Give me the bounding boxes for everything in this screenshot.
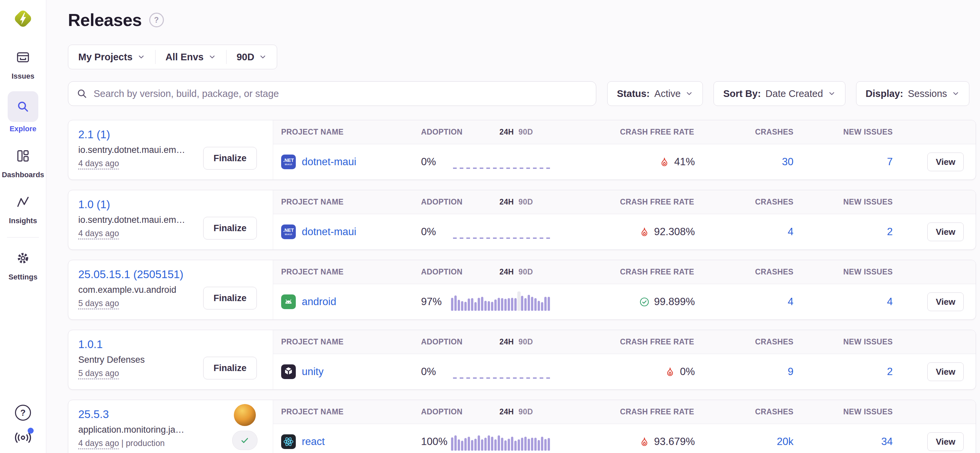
release-created: 4 days ago bbox=[78, 229, 119, 238]
display-dropdown[interactable]: Display: Sessions bbox=[856, 81, 970, 106]
insights-icon bbox=[15, 194, 31, 210]
project-row: .NETMAUI dotnet-maui 0% 41% 30 7 View bbox=[273, 144, 976, 180]
col-project-name: PROJECT NAME bbox=[273, 197, 416, 207]
table-header-row: PROJECT NAME ADOPTION 24H 90D CRASH FREE… bbox=[273, 260, 976, 284]
sidebar-item-label: Issues bbox=[12, 72, 35, 81]
release-created: 4 days ago bbox=[78, 159, 119, 168]
sentry-logo[interactable] bbox=[12, 7, 34, 30]
view-button[interactable]: View bbox=[928, 223, 964, 241]
finalize-button[interactable]: Finalize bbox=[203, 147, 257, 170]
crashes-link[interactable]: 4 bbox=[788, 296, 794, 307]
crashes-link[interactable]: 9 bbox=[788, 366, 794, 377]
help-button[interactable]: ? bbox=[14, 404, 32, 422]
page-help-icon[interactable]: ? bbox=[149, 13, 164, 27]
view-button[interactable]: View bbox=[928, 153, 964, 171]
sidebar-item-settings[interactable]: Settings bbox=[8, 246, 38, 281]
project-link[interactable]: dotnet-maui bbox=[302, 156, 356, 168]
sidebar-item-dashboards[interactable]: Dashboards bbox=[2, 144, 44, 179]
crashes-link[interactable]: 4 bbox=[788, 226, 794, 237]
page-title: Releases bbox=[68, 10, 142, 30]
toolbar-row: Status: Active Sort By: Date Created Dis… bbox=[68, 81, 976, 106]
new-issues-link[interactable]: 2 bbox=[887, 226, 893, 237]
project-link[interactable]: dotnet-maui bbox=[302, 226, 356, 238]
release-project-table: PROJECT NAME ADOPTION 24H 90D CRASH FREE… bbox=[273, 260, 976, 319]
col-chart-period: 24H 90D bbox=[455, 337, 565, 347]
adoption-sparkline bbox=[455, 144, 565, 180]
finalize-button[interactable]: Finalize bbox=[203, 287, 257, 310]
sidebar-item-explore[interactable]: Explore bbox=[8, 91, 38, 133]
crash-free-value: 93.679% bbox=[654, 436, 695, 448]
finalize-button[interactable]: Finalize bbox=[203, 357, 257, 379]
period-toggle-24h[interactable]: 24H bbox=[500, 407, 514, 416]
table-header-row: PROJECT NAME ADOPTION 24H 90D CRASH FREE… bbox=[273, 330, 976, 354]
period-toggle-24h[interactable]: 24H bbox=[500, 267, 514, 277]
col-project-name: PROJECT NAME bbox=[273, 337, 416, 347]
project-link[interactable]: android bbox=[302, 296, 336, 308]
chevron-down-icon bbox=[208, 53, 216, 61]
release-version-link[interactable]: 25.5.3 bbox=[78, 408, 109, 421]
period-toggle-24h[interactable]: 24H bbox=[500, 127, 514, 137]
unity-icon bbox=[281, 364, 296, 379]
new-issues-link[interactable]: 7 bbox=[887, 156, 893, 167]
period-toggle-90d[interactable]: 90D bbox=[519, 407, 533, 416]
new-issues-link[interactable]: 2 bbox=[887, 366, 893, 377]
dotnet-maui-icon: .NETMAUI bbox=[281, 154, 296, 169]
search-input[interactable] bbox=[93, 88, 588, 100]
view-button[interactable]: View bbox=[928, 432, 964, 451]
new-issues-link[interactable]: 34 bbox=[881, 436, 893, 447]
col-crashes: CRASHES bbox=[696, 197, 795, 207]
release-info-panel: 1.0.1 Sentry Defenses 5 days ago Finaliz… bbox=[68, 330, 273, 389]
period-toggle-90d[interactable]: 90D bbox=[519, 127, 533, 137]
release-info-panel: 1.0 (1) io.sentry.dotnet.maui.em… 4 days… bbox=[68, 190, 273, 250]
view-button[interactable]: View bbox=[928, 292, 964, 311]
release-version-link[interactable]: 25.05.15.1 (2505151) bbox=[78, 268, 183, 281]
sidebar-nav: Issues Explore Dashboards Insights Setti… bbox=[2, 45, 44, 292]
project-row: unity 0% 0% 9 2 View bbox=[273, 354, 976, 389]
period-toggle-90d[interactable]: 90D bbox=[519, 337, 533, 347]
status-dropdown[interactable]: Status: Active bbox=[607, 81, 703, 106]
project-link[interactable]: react bbox=[302, 436, 325, 448]
crashes-link[interactable]: 30 bbox=[782, 156, 794, 167]
sidebar-item-insights[interactable]: Insights bbox=[8, 190, 38, 225]
new-issues-link[interactable]: 4 bbox=[887, 296, 893, 307]
crashes-link[interactable]: 20k bbox=[777, 436, 794, 447]
crash-free-value: 41% bbox=[674, 156, 695, 168]
adoption-flat-dashed-line bbox=[453, 237, 552, 239]
owner-avatar[interactable] bbox=[234, 404, 256, 426]
adoption-flat-dashed-line bbox=[453, 167, 552, 169]
project-row: android 97% 99.899% 4 4 View bbox=[273, 284, 976, 319]
release-project-table: PROJECT NAME ADOPTION 24H 90D CRASH FREE… bbox=[273, 120, 976, 180]
chevron-down-icon bbox=[137, 53, 145, 61]
release-info-panel: 25.05.15.1 (2505151) com.example.vu.andr… bbox=[68, 260, 273, 319]
explore-icon bbox=[15, 99, 31, 114]
notification-dot bbox=[28, 428, 33, 434]
sidebar-item-label: Explore bbox=[10, 125, 37, 133]
period-toggle-24h[interactable]: 24H bbox=[500, 197, 514, 207]
sort-by-dropdown[interactable]: Sort By: Date Created bbox=[714, 81, 845, 106]
col-new-issues: NEW ISSUES bbox=[795, 407, 895, 416]
col-new-issues: NEW ISSUES bbox=[795, 127, 895, 137]
project-row: react 100% 93.679% 20k 34 View bbox=[273, 424, 976, 453]
adoption-bar-chart bbox=[451, 436, 553, 451]
release-created: 5 days ago bbox=[78, 299, 119, 308]
release-version-link[interactable]: 2.1 (1) bbox=[78, 128, 110, 141]
view-button[interactable]: View bbox=[928, 362, 964, 381]
project-link[interactable]: unity bbox=[302, 366, 323, 378]
environment-filter-dropdown[interactable]: All Envs bbox=[156, 45, 226, 69]
release-version-link[interactable]: 1.0.1 bbox=[78, 338, 103, 351]
fire-icon bbox=[639, 437, 649, 447]
sidebar-item-issues[interactable]: Issues bbox=[8, 45, 38, 81]
release-created: 4 days ago bbox=[78, 438, 119, 448]
settings-icon bbox=[15, 251, 31, 266]
period-toggle-90d[interactable]: 90D bbox=[519, 197, 533, 207]
whats-new-button[interactable] bbox=[14, 429, 32, 447]
finalize-button[interactable]: Finalize bbox=[203, 217, 257, 240]
release-check-badge[interactable] bbox=[232, 431, 258, 450]
release-version-link[interactable]: 1.0 (1) bbox=[78, 198, 110, 211]
project-filter-dropdown[interactable]: My Projects bbox=[68, 45, 155, 69]
date-range-dropdown[interactable]: 90D bbox=[226, 45, 277, 69]
period-toggle-90d[interactable]: 90D bbox=[519, 267, 533, 277]
period-toggle-24h[interactable]: 24H bbox=[500, 337, 514, 347]
crash-free-value: 92.308% bbox=[654, 226, 695, 238]
col-new-issues: NEW ISSUES bbox=[795, 337, 895, 347]
